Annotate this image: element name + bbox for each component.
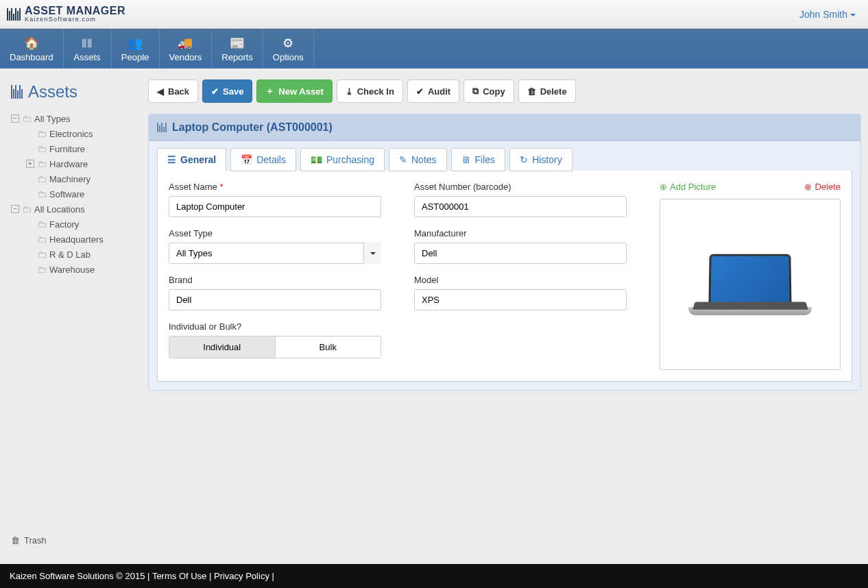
nav-label: Reports (221, 52, 253, 62)
user-menu[interactable]: John Smith (799, 9, 856, 20)
field-asset-type: Asset Type (169, 228, 402, 264)
chevron-down-icon (370, 248, 376, 258)
tree-label: Headquarters (49, 234, 104, 245)
plus-circle-icon: ⊕ (660, 182, 667, 192)
gear-icon: ⚙ (282, 37, 293, 49)
barcode-icon: ⦀⦀ (82, 37, 93, 49)
tabs: ☰ General 📅 Details 💵 Purchasing ✎ Notes… (149, 141, 860, 171)
new-asset-button[interactable]: ＋ New Asset (256, 79, 332, 103)
brand-input[interactable] (169, 289, 381, 310)
picture-frame[interactable] (660, 199, 841, 370)
ib-bulk-button[interactable]: Bulk (275, 336, 381, 358)
footer-privacy-link[interactable]: Privacy Policy (214, 571, 269, 576)
field-asset-number: Asset Number (barcode) (414, 182, 647, 217)
trash-label: Trash (24, 535, 47, 546)
tab-purchasing[interactable]: 💵 Purchasing (300, 148, 385, 171)
collapse-icon[interactable]: − (11, 205, 19, 213)
tree-node-machinery[interactable]: 🗀 Machinery (26, 171, 138, 186)
asset-type-select[interactable] (169, 243, 381, 264)
nav-options[interactable]: ⚙ Options (263, 29, 314, 69)
nav-vendors[interactable]: 🚚 Vendors (160, 29, 213, 69)
tree-node-rdlab[interactable]: 🗀 R & D Lab (26, 247, 138, 262)
footer-terms-link[interactable]: Terms Of Use (152, 571, 206, 576)
chevron-down-icon (850, 9, 856, 20)
tree-node-warehouse[interactable]: 🗀 Warehouse (26, 262, 138, 277)
asset-number-input[interactable] (414, 196, 627, 217)
check-icon: ✔ (416, 86, 424, 97)
tree-node-furniture[interactable]: 🗀 Furniture (26, 141, 138, 156)
folder-icon: 🗀 (37, 173, 47, 184)
tree-node-electronics[interactable]: 🗀 Electronics (26, 126, 138, 141)
check-in-button[interactable]: ⤓ Check In (337, 79, 403, 103)
tree-node-all-locations[interactable]: − 🗀 All Locations (11, 201, 138, 217)
report-icon: 📰 (230, 37, 245, 49)
sidebar: Assets − 🗀 All Types 🗀 Electronics 🗀 Fur… (7, 79, 141, 569)
download-icon: ⤓ (346, 86, 353, 97)
tree-label: Electronics (49, 129, 93, 139)
brand-label: Brand (169, 275, 402, 285)
nav-assets[interactable]: ⦀⦀ Assets (64, 29, 112, 69)
field-asset-name: Asset Name * (169, 182, 402, 217)
folder-icon: 🗀 (37, 219, 47, 230)
collapse-icon[interactable]: − (11, 114, 19, 123)
delete-button[interactable]: 🗑 Delete (518, 79, 576, 103)
tab-history[interactable]: ↻ History (509, 148, 572, 171)
nav-label: People (121, 52, 149, 62)
tree-node-factory[interactable]: 🗀 Factory (26, 217, 138, 232)
tree-label: Furniture (49, 144, 85, 154)
edit-icon: ✎ (399, 154, 407, 165)
truck-icon: 🚚 (178, 37, 193, 49)
tree-label: Machinery (49, 174, 91, 184)
tree-label: Hardware (49, 159, 88, 169)
tree-label: Warehouse (49, 265, 95, 275)
asset-name-label: Asset Name * (169, 182, 402, 192)
navbar: 🏠 Dashboard ⦀⦀ Assets 👥 People 🚚 Vendors… (0, 29, 868, 69)
field-individual-bulk: Individual or Bulk? Individual Bulk (169, 321, 402, 358)
tree-node-hardware[interactable]: + 🗀 Hardware (26, 156, 138, 171)
tree-label: Software (49, 189, 84, 199)
back-button[interactable]: ◀ Back (148, 79, 198, 103)
field-manufacturer: Manufacturer (414, 228, 647, 264)
check-icon: ✔ (211, 86, 219, 97)
plus-icon: ＋ (265, 85, 274, 97)
barcode-icon (157, 123, 167, 132)
copy-button[interactable]: ⧉ Copy (463, 79, 514, 103)
logo-title: ASSET MANAGER (25, 5, 125, 16)
dropdown-toggle[interactable] (363, 243, 381, 264)
tree-node-all-types[interactable]: − 🗀 All Types (11, 111, 138, 126)
folder-icon: 🗀 (37, 264, 47, 275)
model-label: Model (414, 275, 647, 285)
nav-reports[interactable]: 📰 Reports (212, 29, 263, 69)
expand-icon[interactable]: + (26, 160, 34, 168)
file-icon: 🗎 (461, 154, 471, 165)
asset-name-input[interactable] (169, 196, 381, 217)
manufacturer-input[interactable] (414, 243, 627, 264)
add-picture-link[interactable]: ⊕ Add Picture (660, 182, 716, 192)
tab-notes[interactable]: ✎ Notes (389, 148, 447, 171)
tab-general[interactable]: ☰ General (157, 148, 226, 171)
logo[interactable]: ASSET MANAGER KaizenSoftware.com (7, 5, 125, 23)
tree-label: R & D Lab (49, 249, 91, 260)
logo-subtitle: KaizenSoftware.com (25, 16, 125, 23)
nav-label: Dashboard (10, 52, 53, 62)
picture-column: ⊕ Add Picture ⊗ Delete (660, 182, 841, 370)
tab-details[interactable]: 📅 Details (230, 148, 296, 171)
ib-individual-button[interactable]: Individual (169, 336, 275, 358)
tree-node-software[interactable]: 🗀 Software (26, 186, 138, 201)
delete-picture-link[interactable]: ⊗ Delete (804, 182, 841, 192)
model-input[interactable] (414, 289, 627, 310)
nav-dashboard[interactable]: 🏠 Dashboard (0, 29, 64, 69)
tree-node-headquarters[interactable]: 🗀 Headquarters (26, 232, 138, 247)
tree: − 🗀 All Types 🗀 Electronics 🗀 Furniture … (11, 111, 138, 277)
manufacturer-label: Manufacturer (414, 228, 647, 238)
nav-label: Assets (74, 52, 101, 62)
back-icon: ◀ (157, 86, 164, 97)
audit-button[interactable]: ✔ Audit (407, 79, 459, 103)
folder-icon: 🗀 (22, 204, 32, 215)
tab-files[interactable]: 🗎 Files (451, 148, 506, 171)
trash-link[interactable]: 🗑 Trash (7, 531, 47, 550)
laptop-image (688, 254, 812, 315)
copy-icon: ⧉ (472, 86, 479, 97)
save-button[interactable]: ✔ Save (202, 79, 252, 103)
nav-people[interactable]: 👥 People (112, 29, 160, 69)
